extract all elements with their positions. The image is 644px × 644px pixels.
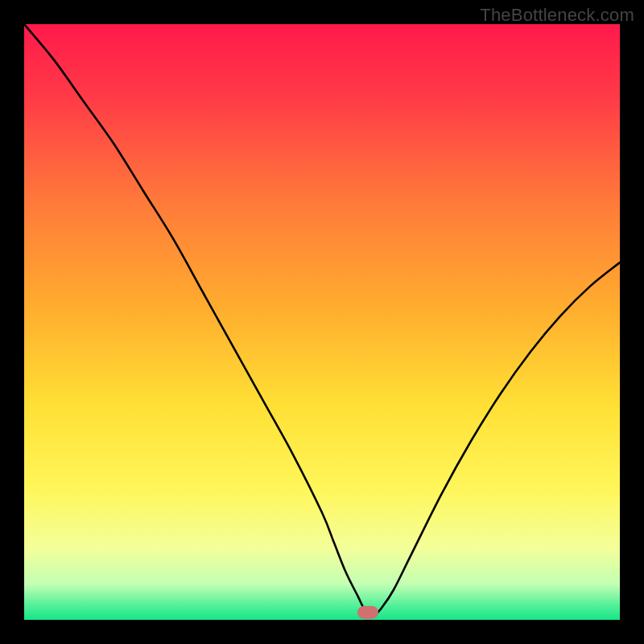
chart-frame: TheBottleneck.com (0, 0, 644, 644)
gradient-background (24, 24, 620, 620)
bottleneck-chart (24, 24, 620, 620)
marker-icon (357, 606, 378, 619)
plot-area (24, 24, 620, 620)
watermark-text: TheBottleneck.com (480, 5, 634, 26)
